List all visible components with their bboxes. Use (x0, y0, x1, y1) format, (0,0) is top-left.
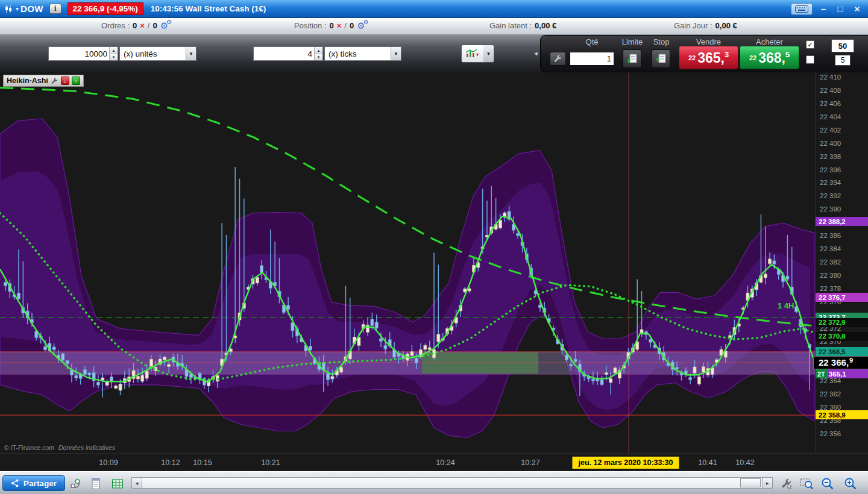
indicator-expand-icon[interactable]: ↑ (72, 77, 80, 85)
time-axis-label: 10:09 (99, 458, 118, 467)
limit-order-button[interactable] (623, 49, 641, 68)
zoom-out-icon[interactable] (820, 476, 835, 492)
minimize-button[interactable]: – (817, 3, 829, 15)
buy-button[interactable]: 22 368, 5 (740, 46, 799, 69)
positions-transfer-icon[interactable] (68, 476, 83, 492)
gain-latent-value: 0,00 € (535, 21, 556, 30)
orders-count-2: 0 (153, 21, 157, 30)
chevron-down-icon[interactable]: ▼ (391, 47, 401, 60)
position-label: Position : (294, 21, 326, 30)
zoom-selection-icon[interactable] (799, 476, 815, 492)
chart-type-caret[interactable]: ▼ (483, 45, 494, 63)
price-axis-label: 22 410 (820, 73, 841, 81)
price-axis-label: 22 356 (820, 430, 841, 437)
ladder-checkbox-unchecked[interactable] (806, 55, 814, 64)
price-axis-label: 22 390 (820, 205, 841, 213)
orders-group: Ordres : 0 × / 0 ⚙⚙ (101, 21, 168, 30)
maximize-button[interactable]: □ (834, 3, 846, 15)
time-axis-label: 10:24 (436, 458, 454, 467)
indicator-name: Heikin-Ashi (7, 77, 48, 85)
share-button[interactable]: Partager (2, 475, 65, 491)
indicator-label: Heikin-Ashi ↓ ↑ (3, 75, 84, 87)
tick-input[interactable] (254, 47, 314, 60)
ch evron-down-icon[interactable]: ▼ (186, 47, 196, 60)
quantity-input-group: ▴▾ (48, 46, 118, 61)
wrench-icon (553, 54, 562, 63)
info-icon[interactable]: i (49, 4, 61, 14)
quantity-input[interactable] (49, 47, 109, 60)
scrollbar-thumb[interactable] (740, 478, 761, 487)
indicator-settings-icon[interactable] (51, 77, 58, 85)
price-tag: 2T365,1 (816, 369, 868, 378)
price-axis[interactable]: 22 41022 40822 40622 40422 40222 40022 3… (815, 72, 868, 453)
gain-latent-label: Gain latent : (489, 21, 532, 30)
orders-settings-icon[interactable]: ⚙⚙ (160, 21, 168, 30)
session-info: 10:43:56 Wall Street Cash (1€) (151, 4, 266, 13)
sell-label: Vendre (679, 37, 738, 46)
price-chart-canvas[interactable]: 1 4H (0, 72, 815, 453)
limit-label: Limite (619, 37, 646, 46)
chart-type-button[interactable] (461, 45, 484, 63)
price-axis-label: 22 398 (820, 153, 841, 160)
ladder-step-input[interactable]: 5 (835, 55, 851, 66)
time-axis[interactable]: 10:0910:1210:1510:2110:2410:2710:4110:42… (0, 453, 868, 471)
quantity-unit-value: (x) unités (120, 49, 186, 58)
price-axis-label: 22 394 (820, 179, 841, 186)
price-tag: 22 388,2 (816, 217, 868, 226)
zoom-in-icon[interactable] (843, 476, 858, 492)
keyboard-icon[interactable] (791, 3, 813, 15)
tick-stepper[interactable]: ▴▾ (314, 47, 322, 60)
position-count: 0 (329, 21, 333, 30)
symbol-dropdown-caret-icon[interactable]: ▾ (16, 5, 19, 12)
gain-jour-value: 0,00 € (715, 21, 737, 30)
time-axis-label: 10:41 (698, 458, 717, 467)
cursor-settings-icon[interactable] (779, 476, 794, 492)
tick-input-group: ▴▾ (253, 46, 323, 61)
stop-order-button[interactable] (652, 49, 670, 68)
window-titlebar: ▾ DOW i 22 366,9 (-4,95%) 10:43:56 Wall … (0, 0, 868, 18)
panel-collapse-icon[interactable]: ◂ (534, 49, 538, 57)
price-axis-label: 22 382 (820, 258, 841, 266)
date-cursor-tag: jeu. 12 mars 2020 10:33:30 (572, 457, 679, 469)
scroll-right-icon[interactable]: ▸ (762, 478, 772, 488)
sell-button[interactable]: 22 365, 3 (679, 46, 738, 69)
chart-annotation: 1 4H (778, 301, 794, 310)
close-button[interactable]: × (851, 3, 863, 15)
time-axis-label: 10:15 (193, 458, 212, 467)
ladder-checkbox-checked[interactable]: ✓ (806, 40, 814, 49)
tick-unit-select[interactable]: (x) ticks ▼ (324, 46, 401, 61)
ladder-rows-input[interactable]: 50 (831, 39, 854, 52)
price-axis-label: 22 362 (820, 390, 841, 398)
price-tag: 22 368,5 (816, 347, 868, 356)
mini-chart-icon (465, 48, 480, 59)
candlestick-chart-icon (4, 4, 13, 14)
cancel-orders-icon[interactable]: × (140, 22, 145, 30)
buy-label: Acheter (740, 37, 799, 46)
time-axis-label: 10:21 (261, 458, 280, 467)
order-qty-input[interactable] (570, 52, 614, 65)
chart-area[interactable]: 1 4H Heikin-Ashi ↓ ↑ © IT-Finance.comDon… (0, 72, 868, 453)
close-position-icon[interactable]: × (337, 22, 342, 30)
report-page-icon[interactable] (88, 476, 104, 492)
price-axis-label: 22 402 (820, 127, 841, 134)
market-grid-icon[interactable] (110, 476, 125, 492)
price-tag: 22 370,8 (816, 332, 868, 341)
gain-jour-group: Gain Jour : 0,00 € (674, 21, 737, 30)
indicator-collapse-icon[interactable]: ↓ (61, 77, 69, 85)
share-icon (11, 479, 19, 487)
position-settings-icon[interactable]: ⚙⚙ (357, 21, 365, 30)
order-settings-button[interactable] (550, 52, 566, 66)
chart-scrollbar[interactable]: ◂ ▸ (131, 477, 773, 489)
quantity-stepper[interactable]: ▴▾ (109, 47, 118, 60)
price-axis-label: 22 404 (820, 113, 841, 120)
tick-unit-value: (x) ticks (325, 49, 391, 58)
scroll-left-icon[interactable]: ◂ (132, 478, 142, 488)
quantity-unit-select[interactable]: (x) unités ▼ (119, 46, 197, 61)
time-axis-label: 10:42 (735, 458, 754, 467)
gain-jour-label: Gain Jour : (674, 21, 712, 30)
account-info-bar: Ordres : 0 × / 0 ⚙⚙ Position : 0 × / 0 ⚙… (0, 18, 868, 35)
price-axis-label: 22 378 (820, 285, 841, 292)
scrollbar-track[interactable] (142, 478, 762, 488)
price-axis-label: 22 380 (820, 272, 841, 279)
order-panel: Qté Limite Stop Vendre 22 365, 3 Acheter… (540, 35, 868, 72)
